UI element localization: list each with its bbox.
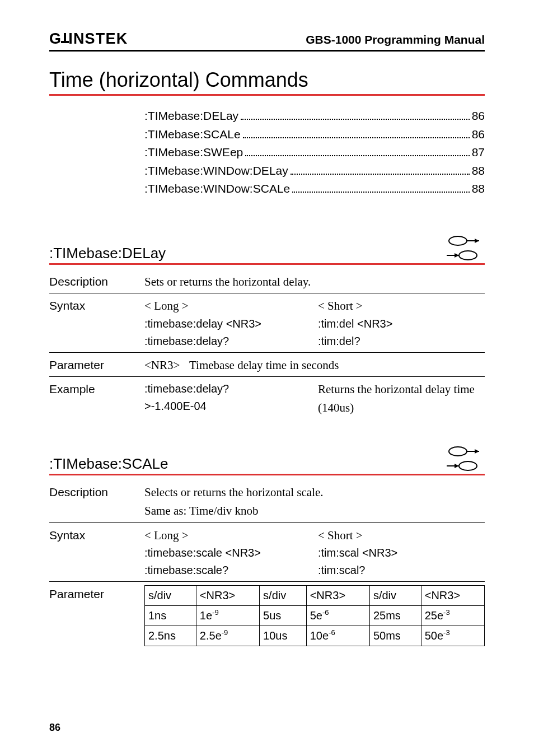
syntax-short-set: :tim:del <NR3> [318,315,485,333]
td: 25ms [369,606,421,626]
toc-label: :TIMebase:SWEep [144,143,243,162]
td: 2.5ns [145,626,196,646]
command-name: :TIMebase:SCALe [49,455,168,473]
toc-page: 88 [472,162,485,180]
syntax-long-set: :timebase:scale <NR3> [144,544,311,562]
toc-label: :TIMebase:SCALe [144,125,241,144]
toc-row: :TIMebase:WINDow:SCALe 88 [144,180,485,198]
brand-pre: G [49,31,62,46]
label-syntax: Syntax [49,297,144,350]
td: 5e-6 [306,606,369,626]
td: 1ns [145,606,196,626]
set-query-icon [441,446,485,473]
td: 1e-9 [196,606,259,626]
svg-point-0 [449,236,467,245]
syntax-short-header: < Short > [318,297,485,315]
toc-label: :TIMebase:WINDow:SCALe [144,180,290,198]
toc-page: 88 [472,180,485,198]
svg-marker-5 [455,253,459,258]
th: s/div [145,586,196,606]
svg-point-9 [459,461,477,470]
example-response: >-1.400E-04 [144,398,311,415]
command-heading: :TIMebase:DELay [49,235,485,265]
brand-post: INSTEK [68,31,128,46]
td: 25e-3 [421,606,484,626]
th: s/div [369,586,421,606]
label-example: Example [49,380,144,417]
label-description: Description [49,273,144,291]
label-description: Description [49,483,144,520]
value-description: Sets or returns the horizontal delay. [144,273,485,291]
param-tag: <NR3> [144,356,189,375]
th: <NR3> [306,586,369,606]
param-desc: Timebase delay time in seconds [189,356,485,375]
td: 10e-6 [306,626,369,646]
toc-row: :TIMebase:WINDow:DELay 88 [144,162,485,180]
toc-row: :TIMebase:SCALe 86 [144,125,485,144]
brand-glyph-icon [61,33,69,45]
table-row: 2.5ns 2.5e-9 10us 10e-6 50ms 50e-3 [145,626,485,646]
page-number: 86 [49,722,60,734]
toc-label: :TIMebase:WINDow:DELay [144,162,288,180]
value-description-2: Same as: Time/div knob [144,502,485,520]
syntax-short-header: < Short > [318,526,485,545]
td: 50ms [369,626,421,646]
command-scale: :TIMebase:SCALe Description Selects or r… [49,446,485,646]
svg-marker-2 [475,239,479,243]
toc-row: :TIMebase:SWEep 87 [144,143,485,162]
toc-page: 86 [472,125,485,144]
command-heading: :TIMebase:SCALe [49,446,485,475]
example-result: Returns the horizontal delay time (140us… [318,380,485,417]
row-description: Description Sets or returns the horizont… [49,273,485,291]
syntax-long-set: :timebase:delay <NR3> [144,315,311,333]
toc-page: 86 [472,107,485,125]
page-header: G INSTEK GBS-1000 Programming Manual [49,31,485,52]
svg-point-6 [449,447,467,456]
th: <NR3> [196,586,259,606]
section-title: Time (horizontal) Commands [49,68,485,96]
label-parameter: Parameter [49,356,144,375]
toc-leader [245,155,469,156]
row-syntax: Syntax < Long > < Short > :timebase:dela… [49,293,485,350]
toc-leader [241,119,470,120]
syntax-long-header: < Long > [144,297,311,315]
th: s/div [260,586,307,606]
svg-point-3 [459,251,477,260]
toc: :TIMebase:DELay 86 :TIMebase:SCALe 86 :T… [144,107,485,198]
syntax-long-header: < Long > [144,526,311,545]
table-header-row: s/div <NR3> s/div <NR3> s/div <NR3> [145,586,485,606]
label-syntax: Syntax [49,526,144,580]
table-row: 1ns 1e-9 5us 5e-6 25ms 25e-3 [145,606,485,626]
syntax-short-query: :tim:scal? [318,562,485,579]
toc-leader [292,192,469,193]
toc-leader [291,174,470,175]
row-parameter: Parameter <NR3> Timebase delay time in s… [49,352,485,375]
toc-row: :TIMebase:DELay 86 [144,107,485,125]
td: 5us [260,606,307,626]
svg-marker-11 [455,464,459,468]
svg-marker-8 [475,449,479,454]
row-example: Example :timebase:delay? >-1.400E-04 Ret… [49,376,485,417]
td: 50e-3 [421,626,484,646]
syntax-short-set: :tim:scal <NR3> [318,544,485,562]
row-syntax: Syntax < Long > < Short > :timebase:scal… [49,522,485,580]
scale-parameter-table: s/div <NR3> s/div <NR3> s/div <NR3> 1ns … [144,585,485,646]
command-name: :TIMebase:DELay [49,245,166,262]
toc-leader [243,137,470,138]
example-cmd: :timebase:delay? [144,380,311,398]
toc-page: 87 [472,143,485,162]
row-description: Description Selects or returns the horiz… [49,483,485,520]
brand-logo: G INSTEK [49,31,128,46]
td: 2.5e-9 [196,626,259,646]
td: 10us [260,626,307,646]
syntax-long-query: :timebase:delay? [144,333,311,350]
command-delay: :TIMebase:DELay Description Sets or retu… [49,235,485,417]
label-parameter: Parameter [49,585,144,646]
row-parameter: Parameter s/div <NR3> s/div <NR3> s/div … [49,581,485,646]
syntax-long-query: :timebase:scale? [144,562,311,579]
th: <NR3> [421,586,484,606]
doc-title: GBS-1000 Programming Manual [306,33,485,46]
syntax-short-query: :tim:del? [318,333,485,350]
value-description-1: Selects or returns the horizontal scale. [144,483,485,502]
set-query-icon [441,235,485,262]
